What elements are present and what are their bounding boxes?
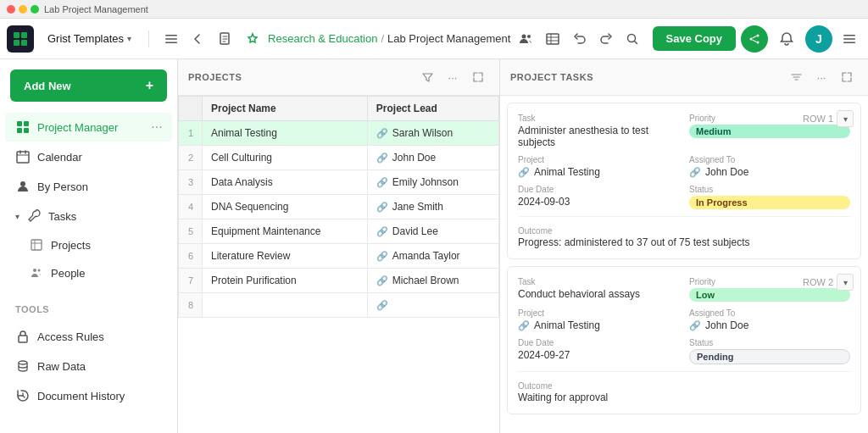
star-icon[interactable] (241, 27, 264, 51)
svg-rect-1 (21, 32, 27, 38)
plus-icon: + (146, 78, 153, 93)
col-project-lead[interactable]: Project Lead (367, 97, 498, 121)
table-row[interactable]: 3 Data Analysis 🔗Emily Johnson (179, 170, 499, 195)
dots-menu-icon[interactable]: ··· (442, 66, 464, 88)
project-value[interactable]: 🔗 Animal Testing (518, 166, 679, 178)
sidebar-item-label: Projects (51, 239, 91, 252)
project-name-cell[interactable]: DNA Sequencing (203, 195, 368, 219)
project-lead-cell[interactable]: 🔗Amanda Taylor (367, 244, 498, 269)
chevron-down-icon: ▾ (127, 34, 131, 43)
table-row[interactable]: 7 Protein Purification 🔗Michael Brown (179, 269, 499, 293)
task-label: Task (518, 277, 679, 286)
table-icon[interactable] (541, 27, 565, 51)
sidebar-item-access-rules[interactable]: Access Rules (5, 322, 172, 351)
sidebar-collapse-icon[interactable] (159, 27, 183, 51)
svg-point-28 (19, 361, 27, 364)
users-icon[interactable] (514, 27, 537, 51)
row-expand-button[interactable]: ▾ (837, 110, 854, 127)
row-number: 3 (179, 170, 203, 195)
topbar-divider (148, 31, 149, 47)
sidebar-item-calendar[interactable]: Calendar (5, 142, 172, 171)
project-lead-cell[interactable]: 🔗 (367, 293, 498, 318)
project-name-cell[interactable]: Animal Testing (203, 121, 368, 146)
table-row[interactable]: 5 Equipment Maintenance 🔗David Lee (179, 219, 499, 244)
redo-icon[interactable] (593, 27, 617, 51)
sidebar-item-document-history[interactable]: Document History (5, 381, 172, 410)
task-label: Task (518, 114, 679, 123)
table-row[interactable]: 8 🔗 (179, 293, 499, 318)
projects-table-container: Project Name Project Lead 1 Animal Testi… (178, 96, 499, 433)
due-date-label: Due Date (518, 338, 679, 347)
project-lead-cell[interactable]: 🔗Sarah Wilson (367, 121, 498, 146)
right-sidebar-toggle-icon[interactable] (837, 27, 861, 51)
sidebar-item-by-person[interactable]: By Person (5, 172, 172, 201)
add-new-button[interactable]: Add New + (10, 69, 167, 102)
link-icon: 🔗 (518, 320, 530, 331)
avatar[interactable]: J (805, 25, 832, 53)
project-name-cell[interactable]: Equipment Maintenance (203, 219, 368, 244)
svg-point-12 (757, 34, 760, 36)
project-name-cell[interactable]: Cell Culturing (203, 146, 368, 170)
search-icon[interactable] (620, 27, 644, 51)
sidebar-item-projects[interactable]: Projects (5, 231, 172, 258)
assigned-label: Assigned To (689, 308, 850, 318)
svg-rect-6 (165, 42, 177, 43)
notifications-button[interactable] (773, 25, 800, 53)
svg-point-9 (527, 35, 531, 38)
col-project-name[interactable]: Project Name (203, 97, 368, 121)
row-expand-button[interactable]: ▾ (837, 274, 854, 291)
link-icon: 🔗 (376, 202, 388, 213)
sidebar-item-tasks[interactable]: ▾ Tasks (5, 202, 172, 230)
link-icon: 🔗 (689, 167, 701, 178)
due-date-label: Due Date (518, 185, 679, 194)
share-button[interactable] (741, 25, 768, 53)
svg-point-8 (522, 34, 526, 38)
project-name-cell[interactable] (203, 293, 368, 318)
project-value[interactable]: 🔗 Animal Testing (518, 319, 679, 331)
project-name-cell[interactable]: Data Analysis (203, 170, 368, 195)
table-row[interactable]: 1 Animal Testing 🔗Sarah Wilson (179, 121, 499, 146)
filter-icon[interactable] (416, 66, 438, 88)
dots-menu-icon[interactable]: ··· (810, 66, 832, 88)
project-name-cell[interactable]: Literature Review (203, 244, 368, 269)
tasks-panel-title: PROJECT TASKS (510, 72, 785, 82)
document-icon[interactable] (214, 27, 237, 51)
svg-rect-10 (547, 34, 559, 44)
row-number: 5 (179, 219, 203, 244)
tasks-panel-header: PROJECT TASKS ··· (500, 59, 868, 96)
sort-icon[interactable] (785, 66, 807, 88)
breadcrumb-link[interactable]: Research & Education (268, 32, 377, 45)
undo-redo-group (568, 27, 617, 51)
project-lead-cell[interactable]: 🔗Jane Smith (367, 195, 498, 219)
svg-rect-27 (19, 336, 27, 342)
app-logo[interactable] (7, 25, 34, 53)
row-num-header (179, 97, 203, 121)
projects-panel-header: PROJECTS ··· (178, 59, 499, 96)
project-lead-cell[interactable]: 🔗David Lee (367, 219, 498, 244)
svg-rect-20 (17, 128, 22, 133)
sidebar-item-people[interactable]: People (5, 259, 172, 286)
back-nav-icon[interactable] (186, 27, 210, 51)
table-row[interactable]: 2 Cell Culturing 🔗John Doe (179, 146, 499, 170)
sidebar-item-raw-data[interactable]: Raw Data (5, 352, 172, 380)
topbar-nav: Research & Education / Lab Project Manag… (159, 27, 645, 51)
task-value: Conduct behavioral assays (518, 288, 679, 300)
sidebar-item-project-manager[interactable]: Project Manager ··· (5, 113, 172, 142)
expand-icon[interactable] (467, 66, 489, 88)
history-icon (15, 388, 31, 403)
table-row[interactable]: 6 Literature Review 🔗Amanda Taylor (179, 244, 499, 269)
workspace-selector[interactable]: Grist Templates ▾ (41, 29, 138, 48)
expand-icon[interactable] (836, 66, 858, 88)
project-lead-cell[interactable]: 🔗John Doe (367, 146, 498, 170)
project-lead-cell[interactable]: 🔗Michael Brown (367, 269, 498, 293)
svg-rect-17 (843, 42, 855, 43)
status-label: Status (689, 185, 850, 194)
undo-icon[interactable] (568, 27, 592, 51)
outcome-label: Outcome (518, 381, 553, 391)
project-lead-cell[interactable]: 🔗Emily Johnson (367, 170, 498, 195)
save-copy-button[interactable]: Save Copy (653, 26, 736, 51)
sidebar-more-button[interactable]: ··· (148, 119, 165, 136)
chevron-down-icon: ▾ (15, 212, 19, 221)
project-name-cell[interactable]: Protein Purification (203, 269, 368, 293)
table-row[interactable]: 4 DNA Sequencing 🔗Jane Smith (179, 195, 499, 219)
